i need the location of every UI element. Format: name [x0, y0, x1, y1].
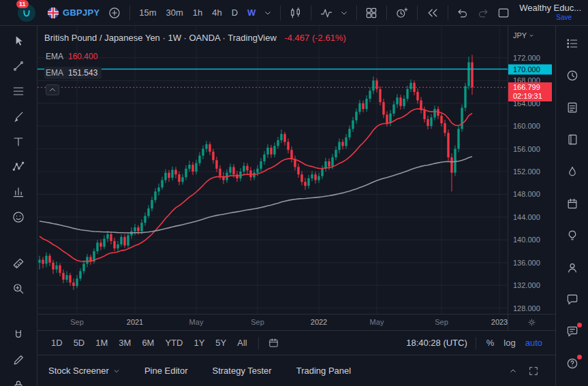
range-5d-button[interactable]: 5D — [68, 336, 91, 350]
news-button[interactable] — [564, 99, 581, 116]
text-tool-button[interactable] — [10, 133, 27, 150]
create-alert-button[interactable] — [392, 3, 412, 22]
gbpjpy-flag-icon — [48, 7, 59, 18]
gear-icon — [527, 317, 537, 327]
cursor-tool-button[interactable] — [10, 33, 27, 49]
fib-tool-button[interactable] — [10, 83, 27, 99]
interval-1h[interactable]: 1h — [188, 5, 207, 20]
price-axis[interactable]: JPY 170.000 166.799 02:19:31 128.000132.… — [508, 26, 555, 314]
plus-circle-icon — [108, 6, 121, 20]
bar-replay-button[interactable] — [422, 3, 443, 22]
edit-tool-button[interactable] — [10, 352, 27, 368]
goto-date-button[interactable] — [264, 334, 283, 351]
notification-badge: 11 — [16, 0, 29, 8]
chart-legend: British Pound / Japanese Yen · 1W · OAND… — [44, 33, 346, 83]
interval-30m[interactable]: 30m — [161, 5, 187, 20]
interval-d[interactable]: D — [227, 5, 243, 20]
range-6m-button[interactable]: 6M — [136, 336, 159, 350]
percent-scale-button[interactable]: % — [482, 336, 499, 350]
layout-title[interactable]: Wealthy Educ... — [519, 3, 581, 13]
calendar-icon — [268, 337, 279, 349]
indicators-chevron[interactable] — [337, 6, 352, 20]
notebook-button[interactable] — [564, 131, 581, 148]
news-icon — [566, 101, 579, 114]
range-1y-button[interactable]: 1Y — [188, 336, 210, 350]
bottom-toolbar: 1D 5D 1M 3M 6M YTD 1Y 5Y All 18:40:28 (U… — [37, 330, 555, 355]
economic-calendar-button[interactable] — [564, 195, 581, 212]
undo-button[interactable] — [452, 3, 473, 22]
help-button[interactable] — [564, 355, 581, 372]
text-icon — [12, 135, 25, 148]
alert-plus-icon — [395, 6, 409, 20]
user-menu-button[interactable]: 11 — [18, 4, 35, 22]
timezone-button[interactable]: 18:40:28 (UTC) — [406, 338, 467, 348]
pattern-tool-button[interactable] — [10, 159, 27, 175]
chevron-down-icon — [340, 9, 348, 17]
measure-tool-button[interactable] — [10, 255, 27, 272]
notification-dot — [577, 323, 582, 327]
range-1m-button[interactable]: 1M — [90, 336, 113, 350]
hotlists-button[interactable] — [564, 163, 581, 180]
replay-icon — [426, 6, 439, 20]
chart-style-button[interactable] — [285, 3, 306, 22]
symbol-search-button[interactable]: GBPJPY — [44, 5, 104, 21]
alerts-button[interactable] — [564, 67, 581, 84]
zoom-tool-button[interactable] — [10, 280, 27, 297]
tab-strategy-tester[interactable]: Strategy Tester — [212, 366, 271, 376]
watchlist-button[interactable] — [564, 35, 581, 52]
maximize-icon — [528, 366, 539, 376]
symbol-legend[interactable]: British Pound / Japanese Yen · 1W · OAND… — [44, 33, 346, 43]
community-button[interactable] — [564, 259, 581, 276]
help-bulb-icon — [566, 357, 579, 370]
lightbulb-icon — [566, 229, 579, 242]
alert-clock-icon — [566, 69, 579, 82]
ideas-button[interactable] — [564, 227, 581, 244]
indicator-legend-ema-slow[interactable]: EMA 151.543 — [44, 67, 102, 79]
chart-settings-button[interactable] — [527, 317, 537, 327]
indicator-legend-ema-fast[interactable]: EMA 160.400 — [44, 50, 102, 63]
interval-15m[interactable]: 15m — [134, 5, 161, 20]
undo-icon — [456, 6, 469, 20]
magnet-tool-button[interactable] — [10, 327, 27, 343]
forecast-tool-button[interactable] — [10, 184, 27, 200]
range-ytd-button[interactable]: YTD — [159, 336, 188, 350]
cursor-icon — [12, 34, 25, 48]
save-link[interactable]: Save — [556, 13, 572, 22]
single-layout-button[interactable] — [493, 3, 514, 22]
interval-w[interactable]: W — [243, 5, 260, 20]
time-axis-labels[interactable]: Sep2021MaySep2022MaySep2023 — [37, 315, 508, 330]
legend-collapse-button[interactable] — [46, 84, 59, 95]
intervals-chevron[interactable] — [260, 6, 275, 20]
time-axis[interactable]: Sep2021MaySep2022MaySep2023 — [37, 314, 555, 330]
tab-stock-screener[interactable]: Stock Screener — [48, 366, 120, 376]
interval-4h[interactable]: 4h — [207, 5, 226, 20]
toolbar-divider — [476, 337, 476, 349]
price-axis-currency[interactable]: JPY — [513, 31, 534, 39]
redo-button[interactable] — [473, 3, 493, 22]
panel-expand-button[interactable] — [504, 364, 523, 378]
range-1d-button[interactable]: 1D — [46, 336, 68, 350]
brush-tool-button[interactable] — [10, 108, 27, 125]
indicator-label: EMA — [46, 52, 63, 61]
chevron-down-icon — [264, 9, 272, 17]
range-all-button[interactable]: All — [232, 336, 252, 350]
square-layout-icon — [497, 6, 510, 20]
layout-grid-button[interactable] — [361, 3, 382, 22]
emoji-tool-button[interactable] — [10, 209, 27, 225]
trend-line-tool-button[interactable] — [10, 58, 27, 74]
public-chat-button[interactable] — [564, 323, 581, 340]
chevron-up-icon — [48, 86, 57, 94]
auto-scale-button[interactable]: auto — [521, 336, 547, 350]
chat-button[interactable] — [564, 291, 581, 308]
log-scale-button[interactable]: log — [499, 336, 520, 350]
lock-tool-button[interactable] — [10, 377, 27, 386]
compare-add-button[interactable] — [104, 3, 125, 22]
countdown-timer: 02:19:31 — [513, 92, 552, 101]
tab-trading-panel[interactable]: Trading Panel — [296, 366, 351, 376]
indicators-button[interactable] — [316, 3, 337, 22]
forecast-icon — [12, 185, 25, 199]
range-5y-button[interactable]: 5Y — [210, 336, 232, 350]
range-3m-button[interactable]: 3M — [113, 336, 136, 350]
fullscreen-button[interactable] — [523, 363, 544, 379]
tab-pine-editor[interactable]: Pine Editor — [144, 366, 188, 376]
